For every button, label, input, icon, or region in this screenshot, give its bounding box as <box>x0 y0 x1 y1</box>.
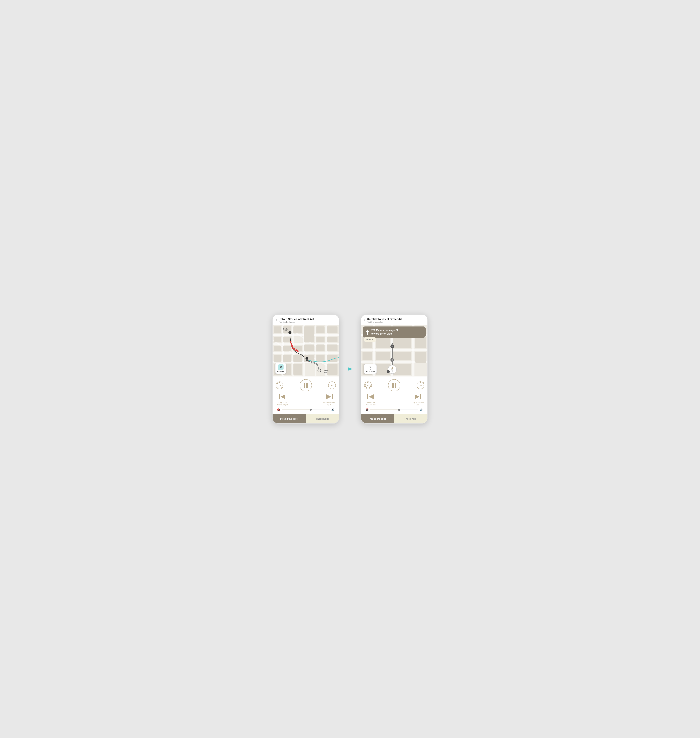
svg-rect-13 <box>274 326 281 333</box>
svg-rect-79 <box>415 337 426 348</box>
svg-rect-21 <box>304 326 314 342</box>
svg-point-53 <box>317 364 318 366</box>
right-nav-instruction: 200 Meters Heneage St toward Brick Lane <box>363 326 426 338</box>
left-bottom-buttons: I found the spot! I need help! <box>272 414 339 423</box>
right-header: ‹ Untold Stories of Street Art Find the … <box>361 315 428 325</box>
svg-rect-24 <box>316 337 325 342</box>
right-pause-button[interactable] <box>388 379 400 391</box>
screens-container: ‹ Untold Stories of Street Art Find the … <box>272 314 428 424</box>
left-map: RouteStart RouteEnd Navigate <box>272 325 339 376</box>
instruction-direction: toward Brick Lane <box>371 332 398 335</box>
svg-rect-26 <box>304 345 314 351</box>
svg-marker-110 <box>369 394 374 399</box>
right-instruction-text: 200 Meters Heneage St toward Brick Lane <box>371 329 398 335</box>
svg-rect-87 <box>415 352 426 363</box>
svg-marker-65 <box>281 394 285 399</box>
right-bottom-buttons: I found the spot! I need help! <box>361 414 428 423</box>
svg-rect-81 <box>376 352 390 360</box>
left-volume-high-icon: 🔊 <box>331 408 334 411</box>
right-phone: ‹ Untold Stories of Street Art Find the … <box>361 314 428 424</box>
svg-text:10: 10 <box>331 384 333 387</box>
svg-point-101 <box>370 367 371 367</box>
svg-point-42 <box>291 343 292 345</box>
right-prev-skip-button[interactable]: Jump to the Previous Spot <box>364 393 378 406</box>
left-help-button[interactable]: I need help! <box>306 414 339 423</box>
svg-text:10: 10 <box>278 384 281 387</box>
svg-point-93 <box>391 359 393 361</box>
left-navigate-button[interactable]: Navigate <box>275 363 286 374</box>
route-view-label: Route View <box>366 370 375 372</box>
right-help-button[interactable]: I need help! <box>394 414 428 423</box>
right-back-button[interactable]: ‹ <box>364 318 365 322</box>
prev-skip-icon <box>278 393 287 401</box>
right-route-view-button[interactable]: Route View <box>364 364 376 374</box>
left-audio-controls: 10 10 <box>272 376 339 414</box>
svg-rect-28 <box>327 345 337 351</box>
left-prev-skip-button[interactable]: Jump to the Previous Spot <box>276 393 289 406</box>
svg-rect-16 <box>274 337 281 342</box>
right-volume-high-icon: 🔊 <box>420 408 423 411</box>
right-volume-row: 🔇 🔊 <box>364 408 424 411</box>
svg-point-45 <box>294 348 295 350</box>
svg-marker-67 <box>326 394 331 399</box>
right-forward-button[interactable]: 10 <box>416 381 424 389</box>
svg-rect-37 <box>293 364 302 375</box>
left-back-button[interactable]: ‹ <box>276 318 276 322</box>
svg-rect-25 <box>327 337 337 342</box>
svg-rect-38 <box>327 364 337 375</box>
right-found-button[interactable]: I found the spot! <box>361 414 394 423</box>
svg-rect-33 <box>316 355 325 362</box>
svg-rect-82 <box>393 352 411 360</box>
right-volume-slider[interactable] <box>370 410 418 410</box>
right-controls-row1: 10 10 <box>364 379 424 391</box>
left-volume-slider[interactable] <box>282 410 330 410</box>
left-rewind-button[interactable]: 10 <box>276 381 284 389</box>
nav-up-arrow-icon <box>365 329 369 335</box>
svg-rect-109 <box>368 394 368 399</box>
left-volume-low-icon: 🔇 <box>277 408 280 411</box>
right-then-label: Then ↱ <box>364 337 376 342</box>
right-subtitle: Find the hedgehog <box>367 321 402 323</box>
next-skip-icon <box>325 393 333 401</box>
svg-rect-111 <box>420 394 421 399</box>
connector <box>346 367 354 371</box>
right-prev-label: Jump to the Previous Spot <box>364 401 378 406</box>
route-view-icon <box>368 366 372 370</box>
left-forward-button[interactable]: 10 <box>328 381 336 389</box>
instruction-distance: 200 Meters Heneage St <box>371 329 398 332</box>
then-turn-icon: ↱ <box>372 338 374 341</box>
right-title: Untold Stories of Street Art <box>367 318 402 321</box>
left-title: Untold Stories of Street Art <box>278 318 314 321</box>
pause-icon <box>304 383 308 388</box>
svg-marker-57 <box>279 365 283 369</box>
svg-rect-72 <box>361 349 428 351</box>
svg-rect-83 <box>362 352 372 360</box>
left-route-start-label: RouteStart <box>283 328 288 332</box>
svg-point-49 <box>311 362 312 363</box>
svg-point-44 <box>292 347 294 349</box>
left-volume-row: 🔇 🔊 <box>276 408 336 411</box>
left-phone: ‹ Untold Stories of Street Art Find the … <box>272 314 339 424</box>
svg-rect-23 <box>327 326 337 333</box>
left-found-button[interactable]: I found the spot! <box>272 414 306 423</box>
svg-point-39 <box>288 331 291 334</box>
svg-rect-29 <box>274 355 281 362</box>
svg-rect-85 <box>376 364 390 375</box>
right-pause-icon <box>392 383 396 388</box>
right-next-skip-button[interactable]: Jump to the Next Spot <box>411 393 424 406</box>
svg-marker-98 <box>366 329 369 335</box>
left-pause-button[interactable] <box>300 379 312 391</box>
svg-point-46 <box>296 349 297 351</box>
svg-text:10: 10 <box>367 384 369 387</box>
svg-point-50 <box>314 362 315 364</box>
svg-rect-31 <box>293 355 302 362</box>
right-rewind-button[interactable]: 10 <box>364 381 372 389</box>
left-next-skip-button[interactable]: Jump to the Next Spot <box>322 393 336 406</box>
svg-rect-30 <box>283 355 291 362</box>
svg-rect-27 <box>316 345 325 351</box>
svg-text:10: 10 <box>419 384 422 387</box>
svg-rect-22 <box>316 326 325 333</box>
right-next-skip-icon <box>413 393 422 401</box>
svg-marker-112 <box>415 394 419 399</box>
connector-arrow <box>346 367 354 371</box>
